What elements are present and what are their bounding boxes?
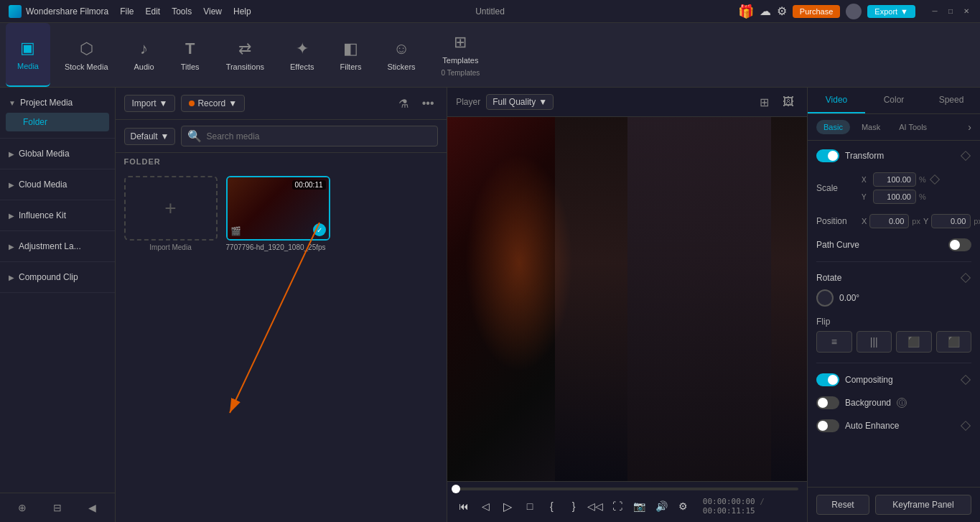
background-section: Background ⓘ <box>816 396 971 409</box>
flip-horizontal-button[interactable]: ≡ <box>816 331 852 353</box>
stickers-icon: ☺ <box>393 39 409 58</box>
rotate-dial[interactable] <box>816 289 834 307</box>
scale-x-input[interactable] <box>873 172 916 187</box>
subtab-ai-tools[interactable]: AI Tools <box>892 120 934 134</box>
stop-button[interactable]: □ <box>522 496 538 516</box>
menu-tools[interactable]: Tools <box>172 6 192 17</box>
flip-option-3-button[interactable]: ⬛ <box>896 331 932 353</box>
add-folder-button[interactable]: ⊕ <box>6 499 38 516</box>
global-media-label: Global Media <box>19 149 70 159</box>
progress-handle[interactable] <box>452 485 460 493</box>
menu-view[interactable]: View <box>203 6 222 17</box>
compositing-keyframe-button[interactable] <box>960 374 971 386</box>
background-info-icon[interactable]: ⓘ <box>897 398 907 408</box>
maximize-button[interactable]: □ <box>946 6 956 17</box>
settings-icon[interactable]: ⚙ <box>777 4 787 18</box>
toolbar-item-media[interactable]: ▣ Media <box>6 23 50 87</box>
auto-enhance-toggle[interactable] <box>816 419 839 432</box>
tab-color[interactable]: Color <box>865 88 923 113</box>
subtab-mask[interactable]: Mask <box>854 120 887 134</box>
purchase-button[interactable]: Purchase <box>793 5 840 18</box>
record-button[interactable]: Record ▼ <box>181 95 245 112</box>
menu-file[interactable]: File <box>120 6 134 17</box>
flip-option-4-button[interactable]: ⬛ <box>936 331 972 353</box>
import-media-card[interactable]: + Import Media <box>124 176 218 251</box>
position-y-input[interactable] <box>931 214 971 228</box>
snapshot-button[interactable]: 📷 <box>631 496 648 516</box>
export-button[interactable]: Export ▼ <box>867 5 915 18</box>
flip-buttons: ≡ ||| ⬛ ⬛ <box>816 331 971 353</box>
quality-select[interactable]: Full Quality ▼ <box>486 94 554 110</box>
tab-speed[interactable]: Speed <box>923 88 980 113</box>
import-button[interactable]: Import ▼ <box>124 95 176 112</box>
out-point-button[interactable]: } <box>566 496 582 516</box>
compound-clip-header[interactable]: ▶ Compound Clip <box>0 268 115 286</box>
position-x-input[interactable] <box>869 214 909 228</box>
progress-bar[interactable] <box>456 488 798 490</box>
divider-1 <box>816 261 971 262</box>
minimize-button[interactable]: ─ <box>930 6 940 17</box>
compositing-diamond-icon <box>961 375 971 385</box>
path-curve-toggle[interactable] <box>948 238 971 251</box>
transform-diamond-icon <box>961 151 971 161</box>
image-icon[interactable]: 🖼 <box>778 92 798 112</box>
project-media-header[interactable]: ▼ Project Media <box>0 93 115 112</box>
transform-toggle[interactable] <box>816 149 839 162</box>
cloud-icon[interactable]: ☁ <box>760 4 771 18</box>
transitions-label: Transitions <box>226 62 264 71</box>
auto-enhance-keyframe-button[interactable] <box>960 420 971 432</box>
subtab-basic[interactable]: Basic <box>816 120 850 134</box>
tab-video[interactable]: Video <box>808 88 865 113</box>
background-toggle[interactable] <box>816 396 839 409</box>
play-button[interactable]: ▷ <box>500 496 516 516</box>
transform-keyframe-button[interactable] <box>960 150 971 162</box>
compositing-toggle[interactable] <box>816 373 839 386</box>
remove-folder-button[interactable]: ⊟ <box>41 499 73 516</box>
keyframe-panel-button[interactable]: Keyframe Panel <box>875 495 971 515</box>
toolbar-item-stickers[interactable]: ☺ Stickers <box>375 23 426 87</box>
folder-item[interactable]: Folder <box>6 113 109 131</box>
toolbar-item-audio[interactable]: ♪ Audio <box>123 23 166 87</box>
adjustment-la-header[interactable]: ▶ Adjustment La... <box>0 237 115 256</box>
global-media-header[interactable]: ▶ Global Media <box>0 144 115 163</box>
scale-y-input[interactable] <box>873 190 916 204</box>
toolbar-item-templates[interactable]: ⊞ Templates 0 Templates <box>430 23 492 87</box>
import-media-area[interactable]: + <box>124 176 218 241</box>
prev-frame-button[interactable]: ◁◁ <box>587 496 604 516</box>
grid-view-icon[interactable]: ⊞ <box>754 92 774 112</box>
close-button[interactable]: ✕ <box>961 6 971 17</box>
flip-vertical-button[interactable]: ||| <box>857 331 892 353</box>
toolbar-item-filters[interactable]: ◧ Filters <box>328 23 373 87</box>
menu-help[interactable]: Help <box>233 6 251 17</box>
collapse-panel-button[interactable]: ◀ <box>76 499 108 516</box>
default-select[interactable]: Default ▼ <box>124 128 176 145</box>
frame-back-button[interactable]: ◁ <box>478 496 495 516</box>
media-clip-card[interactable]: 00:00:11 🎬 ✓ 7707796-hd_1920_1080_25fps <box>226 176 330 251</box>
in-point-button[interactable]: { <box>543 496 560 516</box>
avatar[interactable] <box>846 4 862 19</box>
toolbar-item-stock-media[interactable]: ⬡ Stock Media <box>53 23 120 87</box>
subtab-more-icon[interactable]: › <box>968 121 971 133</box>
media-toolbar-right: ⚗ ••• <box>393 93 438 113</box>
more-options-icon[interactable]: ••• <box>418 93 438 113</box>
templates-icon: ⊞ <box>454 33 467 52</box>
toolbar-item-transitions[interactable]: ⇄ Transitions <box>215 23 276 87</box>
rotate-keyframe-button[interactable] <box>960 272 971 284</box>
filter-icon[interactable]: ⚗ <box>393 93 414 113</box>
rewind-button[interactable]: ⏮ <box>456 496 472 516</box>
toolbar-item-titles[interactable]: T Titles <box>169 23 212 87</box>
influence-kit-header[interactable]: ▶ Influence Kit <box>0 206 115 225</box>
audio-button[interactable]: 🔊 <box>653 496 670 516</box>
fullscreen-button[interactable]: ⛶ <box>610 496 626 516</box>
settings-2-button[interactable]: ⚙ <box>675 496 691 516</box>
menu-edit[interactable]: Edit <box>146 6 161 17</box>
scale-keyframe-button[interactable] <box>929 174 941 185</box>
compound-clip-arrow-icon: ▶ <box>9 274 14 281</box>
reset-button[interactable]: Reset <box>816 495 869 515</box>
search-input[interactable] <box>206 131 431 141</box>
right-panel: Video Color Speed Basic Mask AI Tools › … <box>808 88 980 522</box>
toolbar-item-effects[interactable]: ✦ Effects <box>279 23 325 87</box>
media-clip-thumb[interactable]: 00:00:11 🎬 ✓ <box>226 176 330 241</box>
gift-icon[interactable]: 🎁 <box>738 4 754 19</box>
cloud-media-header[interactable]: ▶ Cloud Media <box>0 175 115 194</box>
